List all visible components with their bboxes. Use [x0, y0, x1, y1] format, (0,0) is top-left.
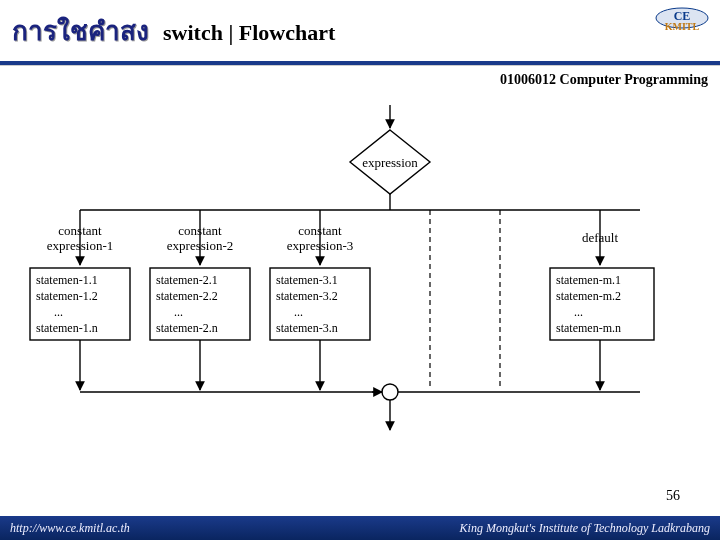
branch-4-stmt-1: statemen-m.2 [556, 289, 621, 303]
branch-2-stmt-3: statemen-2.n [156, 321, 218, 335]
branch-3-label-l1: constant [298, 223, 342, 238]
branch-4-label-l1: default [582, 230, 618, 245]
slide-header: การใชคำสง switch | Flowchart CE KMITL [0, 0, 720, 57]
merge-node [382, 384, 398, 400]
english-title: switch | Flowchart [163, 20, 335, 46]
branch-2-stmt-2: ... [174, 305, 183, 319]
branch-3-stmt-1: statemen-3.2 [276, 289, 338, 303]
slide-footer: http://www.ce.kmitl.ac.th King Mongkut's… [0, 516, 720, 540]
kmitl-logo: CE KMITL [654, 6, 710, 48]
branch-2-label-l1: constant [178, 223, 222, 238]
branch-1-stmt-1: statemen-1.2 [36, 289, 98, 303]
branch-2-label-l2: expression-2 [167, 238, 233, 253]
branch-4-stmt-2: ... [574, 305, 583, 319]
branch-1-stmt-0: statemen-1.1 [36, 273, 98, 287]
branch-3-stmt-3: statemen-3.n [276, 321, 338, 335]
page-number: 56 [666, 488, 680, 504]
branch-2-stmt-1: statemen-2.2 [156, 289, 218, 303]
branch-3-stmt-2: ... [294, 305, 303, 319]
branch-4-stmt-3: statemen-m.n [556, 321, 621, 335]
branch-3-stmt-0: statemen-3.1 [276, 273, 338, 287]
branch-1-label-l1: constant [58, 223, 102, 238]
branch-1-label-l2: expression-1 [47, 238, 113, 253]
branch-1-stmt-3: statemen-1.n [36, 321, 98, 335]
course-code: 01006012 Computer Programming [0, 66, 720, 88]
expression-label: expression [362, 155, 418, 170]
branch-2-stmt-0: statemen-2.1 [156, 273, 218, 287]
thai-title: การใชคำสง [12, 10, 149, 51]
branch-4-stmt-0: statemen-m.1 [556, 273, 621, 287]
branch-1-stmt-2: ... [54, 305, 63, 319]
branch-3-label-l2: expression-3 [287, 238, 353, 253]
footer-url: http://www.ce.kmitl.ac.th [10, 521, 130, 536]
footer-institution: King Mongkut's Institute of Technology L… [460, 521, 710, 536]
switch-flowchart: expression constant expression-1 stateme… [0, 100, 720, 460]
